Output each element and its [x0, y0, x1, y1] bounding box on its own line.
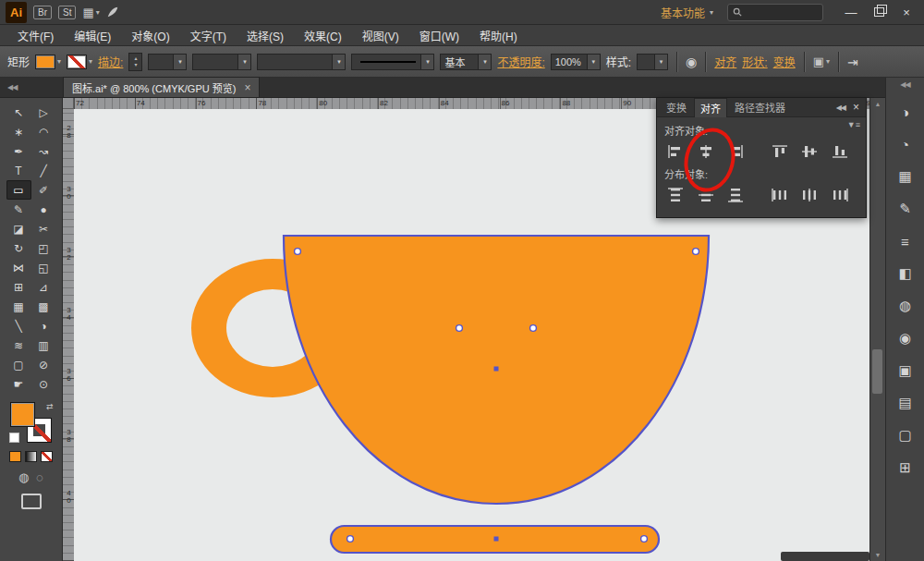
chevron-down-icon[interactable]: ▾: [587, 55, 600, 69]
vertical-scrollbar-thumb[interactable]: [872, 349, 882, 394]
button-vertical-distribute-top[interactable]: [664, 185, 687, 205]
tool-artboard[interactable]: ▢: [6, 355, 31, 374]
dock-collapse-button[interactable]: ◀◀: [886, 78, 924, 91]
panel-button-navigator[interactable]: ⊞: [893, 456, 918, 480]
panel-button-brushes[interactable]: ✎: [893, 197, 918, 221]
center-point[interactable]: [494, 367, 499, 372]
tool-shape-builder[interactable]: ⊞: [6, 277, 31, 297]
menu-item-3[interactable]: 对象(O): [121, 28, 179, 43]
panel-button-color[interactable]: ◑: [893, 100, 918, 124]
button-horizontal-align-right[interactable]: [724, 141, 747, 162]
chevron-down-icon[interactable]: ▾: [173, 55, 186, 69]
button-horizontal-align-center[interactable]: [694, 141, 716, 162]
tool-scale[interactable]: ◰: [31, 238, 56, 258]
chevron-down-icon[interactable]: ▾: [332, 55, 345, 69]
chevron-down-icon[interactable]: ▾: [654, 55, 667, 69]
fill-indicator[interactable]: [10, 402, 35, 427]
panel-button-color-guide[interactable]: ◔: [893, 132, 918, 156]
width-profile-dropdown[interactable]: ▾: [192, 54, 251, 70]
button-vertical-distribute-bottom[interactable]: [724, 185, 747, 205]
tool-direct-selection[interactable]: ▷: [31, 103, 56, 122]
tool-scissors[interactable]: ✂: [31, 219, 56, 238]
shape-panel-link[interactable]: 形状:: [742, 54, 767, 69]
panel-collapse-icon[interactable]: ◀◀: [833, 104, 848, 112]
opacity-dropdown[interactable]: 100% ▾: [551, 54, 601, 70]
menu-item-9[interactable]: 帮助(H): [469, 28, 528, 43]
tool-lasso[interactable]: ◠: [31, 122, 56, 141]
horizontal-scrollbar-thumb[interactable]: [781, 552, 869, 561]
none-mode-button[interactable]: [41, 451, 53, 462]
style-dropdown[interactable]: ▾: [637, 54, 668, 70]
tool-mesh[interactable]: ▦: [6, 297, 31, 316]
tool-blend[interactable]: ◑: [31, 316, 56, 335]
menu-item-4[interactable]: 文字(T): [180, 28, 237, 43]
restore-button[interactable]: [867, 4, 891, 20]
panel-button-layers[interactable]: ▤: [893, 391, 918, 415]
basic-appearance-dropdown[interactable]: 基本 ▾: [440, 54, 492, 70]
document-tab[interactable]: 图标.ai* @ 800% (CMYK/GPU 预览) ×: [63, 77, 260, 97]
ruler-corner[interactable]: [63, 98, 74, 109]
swap-fill-stroke-icon[interactable]: ⇄: [46, 402, 54, 411]
menu-item-2[interactable]: 编辑(E): [64, 28, 121, 43]
search-box[interactable]: [727, 4, 823, 21]
tool-selection[interactable]: ↖: [6, 103, 31, 122]
fill-color-control[interactable]: ▾: [35, 55, 61, 69]
button-horizontal-distribute-right[interactable]: [829, 185, 851, 205]
align-panel-link[interactable]: 对齐: [714, 54, 736, 69]
stroke-weight-dropdown[interactable]: ▾: [148, 54, 187, 70]
tool-paintbrush[interactable]: ✐: [31, 180, 56, 200]
draw-behind-icon[interactable]: ◌: [36, 470, 43, 484]
stepper-up-icon[interactable]: ▴: [134, 55, 137, 62]
button-vertical-align-top[interactable]: [769, 141, 791, 162]
button-vertical-align-bottom[interactable]: [829, 141, 851, 162]
anchor-point[interactable]: [641, 536, 648, 543]
tool-rotate[interactable]: ↻: [6, 238, 31, 258]
toolbar-collapse-button[interactable]: ◀◀: [0, 78, 63, 97]
panel-button-transparency[interactable]: ◍: [893, 294, 918, 318]
panel-button-graphic-styles[interactable]: ▣: [893, 359, 918, 383]
tool-perspective-grid[interactable]: ⊿: [31, 277, 56, 297]
button-horizontal-align-left[interactable]: [664, 141, 687, 162]
menu-item-5[interactable]: 选择(S): [237, 28, 294, 43]
shape-properties-button[interactable]: ▣ ▾: [813, 55, 830, 68]
default-fill-stroke-icon[interactable]: [9, 433, 19, 443]
vertical-ruler[interactable]: 28303234363840: [63, 109, 74, 561]
stroke-weight-stepper[interactable]: ▴ ▾: [128, 53, 142, 71]
tool-width[interactable]: ⋈: [6, 258, 31, 277]
tool-pen[interactable]: ✒: [6, 141, 31, 161]
tab-pathfinder[interactable]: 路径查找器: [729, 98, 791, 116]
screen-mode-icon[interactable]: [21, 494, 42, 509]
tool-column-graph[interactable]: ▥: [31, 335, 56, 355]
arrange-documents-button[interactable]: ▦ ▾: [82, 6, 99, 19]
brush-definition-dropdown[interactable]: ▾: [257, 54, 346, 70]
panel-button-artboards[interactable]: ▢: [893, 423, 918, 447]
panel-close-icon[interactable]: ×: [850, 101, 862, 114]
menu-item-7[interactable]: 视图(V): [352, 28, 409, 43]
tool-gradient[interactable]: ▩: [31, 297, 56, 316]
stock-button[interactable]: St: [58, 6, 76, 19]
close-button[interactable]: ×: [894, 4, 918, 20]
draw-normal-icon[interactable]: ◍: [18, 470, 29, 484]
tool-blob-brush[interactable]: ●: [31, 200, 56, 219]
anchor-point[interactable]: [456, 325, 463, 332]
stepper-down-icon[interactable]: ▾: [134, 62, 137, 68]
tool-eyedropper[interactable]: ╲: [6, 316, 31, 335]
transform-panel-link[interactable]: 变换: [773, 54, 796, 69]
tool-free-transform[interactable]: ◱: [31, 258, 56, 277]
tool-symbol-sprayer[interactable]: ≋: [6, 335, 31, 355]
tool-type[interactable]: T: [6, 161, 31, 180]
menu-item-8[interactable]: 窗口(W): [409, 28, 469, 43]
tab-transform[interactable]: 变换: [661, 98, 692, 116]
tool-hand[interactable]: ☛: [6, 374, 31, 394]
panel-button-stroke[interactable]: ≡: [893, 229, 918, 253]
workspace-switcher[interactable]: 基本功能 ▾: [653, 3, 721, 22]
button-vertical-align-center[interactable]: [798, 141, 821, 162]
tool-rectangle[interactable]: ▭: [6, 180, 31, 200]
chevron-down-icon[interactable]: ▾: [237, 55, 250, 69]
tab-close-icon[interactable]: ×: [244, 81, 250, 94]
color-mode-button[interactable]: [9, 451, 21, 462]
opacity-panel-link[interactable]: 不透明度:: [497, 54, 544, 69]
chevron-down-icon[interactable]: ▾: [420, 55, 433, 69]
fill-color-swatch[interactable]: [35, 55, 55, 69]
gradient-mode-button[interactable]: [25, 451, 37, 462]
